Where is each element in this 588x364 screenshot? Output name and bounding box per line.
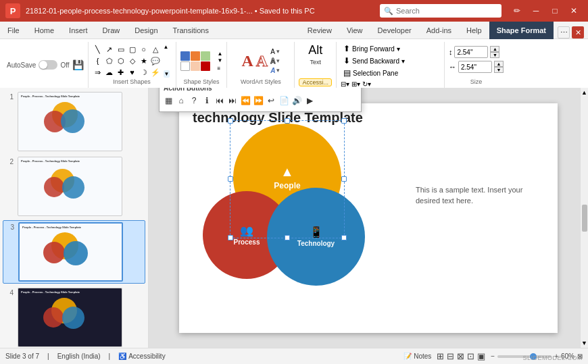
tab-review[interactable]: Review xyxy=(300,21,339,38)
reading-view-button[interactable]: ▣ xyxy=(477,351,485,361)
tab-insert[interactable]: Insert xyxy=(62,21,95,38)
action-video[interactable]: ▶ xyxy=(303,95,316,107)
close-ribbon-button[interactable]: ✕ xyxy=(572,26,584,38)
selection-pane-button[interactable]: ▤ Selection Pane xyxy=(341,68,401,78)
shape-block-arrow[interactable]: ⇒ xyxy=(93,67,103,78)
slide-thumb-1[interactable]: 1 People - Process - Technology Slide Te… xyxy=(3,90,145,153)
tab-view[interactable]: View xyxy=(339,21,370,38)
scroll-thumb[interactable] xyxy=(582,205,587,232)
shape-lightning[interactable]: ⚡ xyxy=(150,67,161,78)
action-sound[interactable]: 🔊 xyxy=(291,95,303,107)
notes-view-button[interactable]: ⊡ xyxy=(467,351,474,361)
text-outline-button[interactable]: A ▾ xyxy=(270,57,280,65)
action-info[interactable]: ℹ xyxy=(201,95,213,107)
send-backward-button[interactable]: ⬇ Send Backward ▾ xyxy=(341,55,408,66)
shape-tri[interactable]: △ xyxy=(150,44,161,55)
shape-circle[interactable]: ○ xyxy=(139,44,149,55)
handle-ml[interactable] xyxy=(228,176,233,182)
shape-cross[interactable]: ✚ xyxy=(116,67,126,78)
venn-technology-circle[interactable]: 📱 Technology xyxy=(267,188,365,286)
slide-thumb-3[interactable]: 3 People - Process - Technology Slide Te… xyxy=(3,220,145,284)
shapes-scroll[interactable]: ▲ ▼ xyxy=(164,44,170,78)
shape-heart[interactable]: ♥ xyxy=(127,67,138,78)
slide-sorter-button[interactable]: ⊠ xyxy=(457,351,464,361)
alt-text-button[interactable]: Text xyxy=(310,59,321,66)
align-button[interactable]: ⊟▾ xyxy=(341,80,349,88)
action-end[interactable]: ⏩ xyxy=(252,95,264,107)
rotate-button[interactable]: ↻▾ xyxy=(362,80,371,88)
save-button[interactable]: 💾 xyxy=(72,59,84,70)
shape-rect[interactable]: ▭ xyxy=(116,44,126,55)
style-blue[interactable] xyxy=(180,51,190,61)
style-green[interactable] xyxy=(201,51,210,61)
style-white[interactable] xyxy=(180,61,190,71)
styles-scroll[interactable]: ▲ ▼ ≡ xyxy=(218,51,223,72)
zoom-out-button[interactable]: − xyxy=(491,353,495,360)
action-home[interactable]: ⌂ xyxy=(175,95,187,107)
tab-developer[interactable]: Developer xyxy=(370,21,419,38)
tab-draw[interactable]: Draw xyxy=(95,21,128,38)
text-fill-button[interactable]: A ▾ xyxy=(270,48,280,55)
width-input[interactable] xyxy=(458,61,492,73)
height-spinner[interactable]: ▲ ▼ xyxy=(490,46,499,58)
shape-callout[interactable]: 💬 xyxy=(150,55,161,66)
style-red[interactable] xyxy=(201,61,210,71)
action-forward[interactable]: ⏭ xyxy=(226,95,239,107)
shape-roundrect[interactable]: ▢ xyxy=(127,44,138,55)
tab-design[interactable]: Design xyxy=(127,21,165,38)
scroll-down-button[interactable]: ▼ xyxy=(581,340,587,346)
slide-thumb-2[interactable]: 2 People - Process - Technology Slide Te… xyxy=(3,155,145,217)
tab-file[interactable]: File xyxy=(0,21,27,38)
action-custom[interactable]: ▦ xyxy=(162,95,174,107)
action-return[interactable]: ↩ xyxy=(265,95,277,107)
action-beginning[interactable]: ⏪ xyxy=(239,95,251,107)
shape-line[interactable]: ╲ xyxy=(93,44,103,55)
shape-moon[interactable]: ☽ xyxy=(139,67,149,78)
action-document[interactable]: 📄 xyxy=(278,95,290,107)
action-back[interactable]: ⏮ xyxy=(214,95,226,107)
slide-img-2: People - Process - Technology Slide Temp… xyxy=(18,157,122,216)
accessibility-icon: ♿ xyxy=(118,353,126,360)
wordart-a-filled[interactable]: A xyxy=(241,52,253,70)
shape-cloud[interactable]: ☁ xyxy=(104,67,115,78)
shape-pentagon[interactable]: ⬠ xyxy=(104,55,115,66)
maximize-button[interactable]: □ xyxy=(546,3,564,18)
style-peach[interactable] xyxy=(191,61,200,71)
height-input[interactable] xyxy=(454,46,488,58)
tab-transitions[interactable]: Transitions xyxy=(166,21,216,38)
send-backward-arrow: ▾ xyxy=(401,57,405,65)
text-effects-button[interactable]: A ▾ xyxy=(270,67,280,74)
search-bar[interactable]: 🔍 xyxy=(380,4,501,18)
notes-icon: 📝 xyxy=(403,353,412,360)
tab-shape-format[interactable]: Shape Format xyxy=(489,22,554,39)
bring-forward-button[interactable]: ⬆ Bring Forward ▾ xyxy=(341,43,403,54)
autosave-toggle[interactable] xyxy=(39,60,57,70)
style-orange[interactable] xyxy=(191,51,200,61)
tab-home[interactable]: Home xyxy=(27,21,62,38)
shape-diamond[interactable]: ◇ xyxy=(127,55,138,66)
collapse-ribbon-button[interactable]: ⋯ xyxy=(558,26,570,38)
tab-help[interactable]: Help xyxy=(459,21,489,38)
edit-icon[interactable]: ✏ xyxy=(508,3,526,18)
normal-view-button[interactable]: ⊞ xyxy=(437,351,444,361)
search-input[interactable] xyxy=(396,7,497,15)
slide-thumb-4[interactable]: 4 People - Process - Technology Slide Te… xyxy=(3,286,145,348)
outline-view-button[interactable]: ⊟ xyxy=(447,351,454,361)
tab-addins[interactable]: Add-ins xyxy=(419,21,459,38)
scroll-up-button[interactable]: ▲ xyxy=(581,89,587,96)
width-spinner[interactable]: ▲ ▼ xyxy=(494,61,504,73)
shape-star[interactable]: ★ xyxy=(139,55,149,66)
group-button[interactable]: ⊞▾ xyxy=(351,80,360,88)
wordart-a-outline[interactable]: A xyxy=(256,52,268,70)
shape-hex[interactable]: ⬡ xyxy=(116,55,126,66)
handle-mr[interactable] xyxy=(341,176,347,182)
people-icon: ▲ xyxy=(280,164,294,180)
shape-brace[interactable]: { xyxy=(93,55,103,66)
close-button[interactable]: ✕ xyxy=(565,3,583,18)
right-scrollbar[interactable]: ▲ ▼ xyxy=(580,88,588,348)
minimize-button[interactable]: ─ xyxy=(527,3,545,18)
width-icon: ↔ xyxy=(449,63,456,71)
notes-button[interactable]: 📝 Notes xyxy=(403,353,431,360)
action-help[interactable]: ? xyxy=(188,95,200,107)
shape-arrow[interactable]: ↗ xyxy=(104,44,115,55)
